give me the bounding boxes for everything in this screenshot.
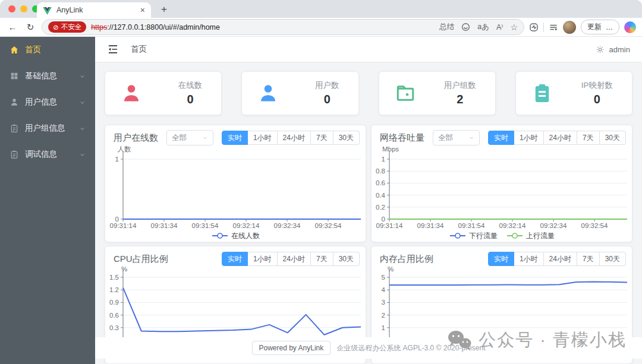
address-bar-actions: 总结 aあ A⁾ ☆ [439, 22, 518, 32]
svg-text:1.2: 1.2 [109, 286, 119, 293]
window-controls [8, 5, 39, 12]
sidebar-item-2[interactable]: 用户信息 [0, 89, 95, 115]
chart-header: 用户在线数全部实时1小时24小时7天30天 [114, 130, 360, 145]
person-icon [257, 83, 279, 104]
time-filter-30天[interactable]: 30天 [600, 131, 626, 145]
svg-text:0.6: 0.6 [376, 179, 385, 186]
chart-canvas: 人数0109:31:1409:31:3409:31:5409:32:1409:3… [105, 144, 366, 242]
summarize-button[interactable]: 总结 [439, 22, 454, 32]
scope-select[interactable]: 全部 [433, 130, 480, 145]
svg-text:4: 4 [382, 286, 386, 293]
profile-avatar[interactable] [563, 21, 576, 34]
stat-value: 0 [581, 93, 613, 106]
tab-close-icon[interactable]: × [140, 5, 145, 15]
stat-label: 在线数 [178, 80, 203, 91]
time-filter-实时[interactable]: 实时 [488, 252, 514, 266]
chevron-down-icon [79, 73, 86, 80]
favorites-star-icon[interactable]: ☆ [510, 23, 518, 32]
svg-text:1: 1 [115, 156, 119, 163]
svg-text:09:31:54: 09:31:54 [458, 222, 485, 229]
time-filter-7天[interactable]: 7天 [311, 131, 333, 145]
time-filter-24小时[interactable]: 24小时 [544, 252, 577, 266]
stat-card-3: IP映射数0 [515, 71, 632, 115]
chart-title: 内存占用比例 [380, 254, 433, 265]
watermark: 公众号 · 青檬小栈 [446, 328, 627, 352]
browser-tab[interactable]: AnyLink × [37, 2, 151, 18]
time-filter-30天[interactable]: 30天 [333, 131, 360, 145]
username[interactable]: admin [609, 45, 630, 54]
stat-value: 2 [444, 93, 476, 106]
time-filter-24小时[interactable]: 24小时 [278, 252, 311, 266]
sidebar-item-label: 首页 [25, 45, 41, 55]
refresh-icon[interactable]: ↻ [24, 22, 37, 33]
more-options-icon[interactable]: … [606, 23, 613, 31]
read-aloud-icon[interactable]: A⁾ [496, 23, 503, 31]
time-filter-实时[interactable]: 实时 [222, 131, 248, 145]
gear-icon[interactable] [596, 45, 605, 54]
update-label: 更新 [587, 22, 602, 32]
breadcrumb: 首页 [131, 44, 147, 55]
chart-header: 内存占用比例实时1小时24小时7天30天 [380, 251, 626, 267]
address-bar[interactable]: ⊘ 不安全 https://127.0.0.1:8800/ui/#/admin/… [42, 19, 524, 35]
svg-text:09:32:14: 09:32:14 [233, 222, 260, 229]
chart-title: 网络吞吐量 [380, 132, 424, 144]
svg-text:上行流量: 上行流量 [526, 232, 555, 240]
collapse-menu-icon[interactable] [107, 43, 119, 55]
collections-icon[interactable] [549, 23, 558, 32]
chevron-down-icon [79, 151, 86, 158]
svg-text:1: 1 [382, 324, 385, 331]
time-filter-7天[interactable]: 7天 [311, 252, 333, 266]
sidebar-item-0[interactable]: 首页 [0, 37, 95, 63]
time-filter-7天[interactable]: 7天 [577, 131, 600, 145]
svg-text:09:31:54: 09:31:54 [192, 222, 219, 229]
stat-label: 用户数 [315, 80, 339, 91]
sidebar-item-1[interactable]: 基础信息 [0, 63, 95, 89]
time-filter-30天[interactable]: 30天 [333, 252, 360, 266]
grid-icon [10, 71, 19, 81]
time-filter-实时[interactable]: 实时 [222, 252, 248, 266]
time-filter-1小时[interactable]: 1小时 [514, 131, 544, 145]
chart-card-0: 用户在线数全部实时1小时24小时7天30天人数0109:31:1409:31:3… [105, 125, 366, 242]
url-text[interactable]: https://127.0.0.1:8800/ui/#/admin/home [91, 23, 435, 31]
time-filter-7天[interactable]: 7天 [577, 252, 600, 266]
back-icon[interactable]: ← [6, 22, 19, 32]
time-filter-30天[interactable]: 30天 [600, 252, 626, 266]
stat-card-2: 用户组数2 [379, 71, 496, 115]
app-header: 首页 admin [95, 37, 642, 62]
svg-text:09:31:14: 09:31:14 [376, 222, 403, 229]
svg-text:1: 1 [382, 156, 385, 163]
new-tab-button[interactable]: + [157, 2, 171, 17]
scope-select-value: 全部 [438, 133, 453, 143]
time-filter-1小时[interactable]: 1小时 [248, 131, 278, 145]
close-window-button[interactable] [8, 5, 15, 12]
svg-text:09:32:34: 09:32:34 [540, 222, 567, 229]
summarize-icon[interactable] [461, 23, 470, 31]
url-scheme: https [91, 23, 107, 31]
copilot-icon[interactable] [624, 21, 636, 33]
chart-header: CPU占用比例实时1小时24小时7天30天 [114, 251, 360, 267]
time-filter-24小时[interactable]: 24小时 [278, 131, 311, 145]
time-filter-24小时[interactable]: 24小时 [544, 131, 577, 145]
security-badge-label: 不安全 [61, 23, 82, 31]
time-filter-1小时[interactable]: 1小时 [514, 252, 544, 266]
svg-text:5: 5 [382, 274, 385, 281]
translate-icon[interactable]: aあ [477, 22, 489, 32]
chart-row-1: 用户在线数全部实时1小时24小时7天30天人数0109:31:1409:31:3… [105, 125, 632, 242]
browser-essentials-icon[interactable] [529, 23, 539, 32]
sidebar-item-3[interactable]: 用户组信息 [0, 115, 95, 141]
svg-text:09:32:34: 09:32:34 [274, 222, 301, 229]
svg-text:09:32:14: 09:32:14 [499, 222, 526, 229]
time-filter-1小时[interactable]: 1小时 [248, 252, 278, 266]
scope-select[interactable]: 全部 [166, 130, 213, 145]
clipboard-icon [10, 124, 19, 133]
chart-header: 网络吞吐量全部实时1小时24小时7天30天 [380, 130, 626, 145]
minimize-window-button[interactable] [20, 5, 27, 12]
time-filter-实时[interactable]: 实时 [488, 131, 514, 145]
chevron-down-icon [79, 99, 86, 106]
sidebar-item-4[interactable]: 调试信息 [0, 141, 95, 167]
powered-by-button[interactable]: Powered by AnyLink [252, 341, 331, 355]
security-badge[interactable]: ⊘ 不安全 [48, 21, 86, 33]
update-button[interactable]: 更新 … [581, 20, 619, 34]
svg-text:09:31:34: 09:31:34 [417, 222, 444, 229]
user-menu[interactable]: admin [596, 45, 630, 54]
